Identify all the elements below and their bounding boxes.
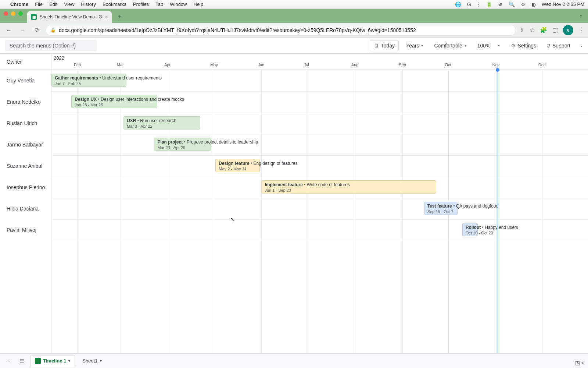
month-label: Oct bbox=[445, 63, 451, 67]
lock-icon: 🔒 bbox=[50, 28, 56, 33]
mac-menu-file[interactable]: File bbox=[35, 1, 43, 7]
task-bar[interactable]: Design feature • Eng design of featuresM… bbox=[215, 159, 260, 172]
timeline-view[interactable]: Owner Guy VenetiaEnora NedelkoRuslan Ulr… bbox=[0, 54, 588, 353]
task-sep: • bbox=[98, 75, 102, 81]
tabs-overflow-caret-icon[interactable]: ⌄ bbox=[579, 13, 583, 18]
owner-name: Ruslan Ulrich bbox=[7, 120, 37, 126]
profile-avatar[interactable]: e bbox=[563, 25, 573, 35]
nav-reload-button[interactable]: ⟳ bbox=[32, 25, 42, 35]
tab-close-icon[interactable]: × bbox=[105, 14, 108, 20]
task-bar[interactable]: UXR • Run user researchMar 3 - Apr 22 bbox=[123, 116, 200, 130]
chevron-down-icon: ▾ bbox=[498, 43, 500, 47]
task-bar[interactable]: Rollout • Happy end usersOct 10 - Oct 20 bbox=[462, 223, 478, 236]
new-tab-button[interactable]: + bbox=[115, 12, 125, 22]
task-title: Design feature bbox=[219, 161, 249, 166]
owner-name: Suzanne Anibal bbox=[7, 163, 42, 169]
spotlight-icon[interactable]: 🔍 bbox=[509, 1, 515, 7]
task-sep: • bbox=[303, 182, 307, 187]
tab-timeline-1-label: Timeline 1 bbox=[43, 358, 66, 364]
tab-timeline-1[interactable]: Timeline 1 ▾ bbox=[30, 355, 75, 367]
grid-hline bbox=[51, 113, 588, 113]
owner-name: Iosephus Pierino bbox=[7, 184, 45, 190]
mac-menu-window[interactable]: Window bbox=[170, 1, 187, 7]
chrome-menu-icon[interactable]: ⋮ bbox=[578, 26, 584, 33]
chevron-down-icon[interactable]: ▾ bbox=[68, 359, 70, 363]
mac-clock[interactable]: Wed Nov 2 2:55 PM bbox=[542, 1, 584, 7]
explore-button[interactable]: ◳ < bbox=[575, 360, 584, 366]
support-button[interactable]: ? Support bbox=[544, 40, 574, 51]
window-minimize-button[interactable] bbox=[11, 11, 15, 16]
extensions-icon[interactable]: 🧩 bbox=[540, 26, 547, 33]
mac-menu-view[interactable]: View bbox=[64, 1, 74, 7]
month-label: Jun bbox=[258, 63, 264, 67]
bluetooth-icon[interactable]: ᛒ bbox=[477, 1, 480, 7]
nav-back-button[interactable]: ← bbox=[4, 25, 14, 35]
today-button[interactable]: 🗓 Today bbox=[370, 40, 399, 51]
task-desc: Understand user requirements bbox=[102, 75, 162, 81]
battery-icon[interactable]: 🔋 bbox=[486, 1, 492, 7]
task-dates: Jun 1 - Sep 23 bbox=[265, 188, 433, 192]
add-sheet-button[interactable]: ＋ bbox=[4, 356, 14, 366]
task-dates: May 2 - May 31 bbox=[219, 167, 257, 171]
task-dates: Mar 3 - Apr 22 bbox=[127, 124, 197, 128]
all-sheets-button[interactable]: ☰ bbox=[17, 356, 27, 366]
browser-tab-active[interactable]: ▦ Sheets Timeline View Demo - G × bbox=[27, 11, 112, 23]
year-label: 2022 bbox=[54, 55, 64, 61]
task-bar[interactable]: Implement feature • Write code of featur… bbox=[261, 180, 436, 194]
task-bar[interactable]: Plan project • Propose project details t… bbox=[154, 138, 211, 151]
task-desc: Happy end users bbox=[485, 225, 518, 230]
toolbar-overflow-icon[interactable]: ⌄ bbox=[580, 43, 583, 47]
incognito-icon[interactable]: ⬚ bbox=[552, 26, 558, 33]
task-title: UXR bbox=[127, 118, 136, 123]
today-label: Today bbox=[381, 43, 395, 49]
tab-title: Sheets Timeline View Demo - G bbox=[40, 14, 102, 20]
wifi-icon[interactable]: ⚞ bbox=[498, 1, 503, 7]
mac-menu-profiles[interactable]: Profiles bbox=[133, 1, 149, 7]
address-bar[interactable]: 🔒 docs.google.com/spreadsheets/d/1eIpOzJ… bbox=[46, 25, 516, 36]
mac-menu-bookmarks[interactable]: Bookmarks bbox=[103, 1, 126, 7]
calendar-icon: 🗓 bbox=[374, 43, 379, 49]
grid-hline bbox=[51, 219, 588, 220]
control-center-icon[interactable]: ⚙ bbox=[521, 1, 526, 7]
mac-menu-help[interactable]: Help bbox=[194, 1, 204, 7]
mac-menu-history[interactable]: History bbox=[81, 1, 96, 7]
task-sep: • bbox=[481, 225, 485, 230]
sheet-tabs-bar: ＋ ☰ Timeline 1 ▾ Sheet1 ▾ ◳ < bbox=[0, 353, 588, 368]
window-zoom-button[interactable] bbox=[18, 11, 23, 16]
task-title: Design UX bbox=[75, 97, 97, 102]
task-title: Gather requirements bbox=[55, 75, 98, 81]
density-dropdown[interactable]: Comfortable ▾ bbox=[430, 40, 470, 51]
chevron-down-icon[interactable]: ▾ bbox=[100, 359, 102, 363]
task-desc: Run user research bbox=[140, 118, 176, 123]
task-bar[interactable]: Gather requirements • Understand user re… bbox=[51, 74, 126, 87]
task-title: Test feature bbox=[427, 204, 452, 209]
owner-header: Owner bbox=[0, 54, 51, 70]
month-label: Apr bbox=[164, 63, 171, 67]
scale-dropdown[interactable]: Years ▾ bbox=[402, 40, 427, 51]
month-label: Mar bbox=[117, 63, 124, 67]
month-label: Sep bbox=[399, 63, 406, 67]
month-label: May bbox=[210, 63, 218, 67]
tab-sheet1[interactable]: Sheet1 ▾ bbox=[78, 355, 106, 367]
mac-app-name[interactable]: Chrome bbox=[10, 1, 28, 7]
settings-button[interactable]: ⚙ Settings bbox=[507, 40, 540, 51]
bookmark-star-icon[interactable]: ☆ bbox=[530, 26, 535, 33]
scale-label: Years bbox=[406, 43, 419, 49]
task-bar[interactable]: Design UX • Design user interactions and… bbox=[71, 95, 157, 108]
task-bar[interactable]: Test feature • QA pass and dogfoodSep 15… bbox=[424, 202, 458, 215]
nav-forward-button[interactable]: → bbox=[18, 25, 28, 35]
help-icon: ? bbox=[547, 43, 550, 49]
globe-icon[interactable]: 🌐 bbox=[455, 1, 461, 7]
window-close-button[interactable] bbox=[4, 11, 8, 16]
siri-icon[interactable]: ◐ bbox=[531, 1, 536, 7]
grid-hline bbox=[51, 134, 588, 134]
chevron-down-icon: ▾ bbox=[421, 43, 423, 47]
mac-menu-tab[interactable]: Tab bbox=[155, 1, 163, 7]
menu-search-input[interactable]: Search the menus (Option+/) bbox=[5, 40, 97, 51]
zoom-dropdown[interactable]: 100% ▾ bbox=[474, 40, 503, 51]
task-desc: QA pass and dogfood bbox=[456, 204, 498, 209]
share-icon[interactable]: ⇪ bbox=[520, 26, 524, 33]
google-status-icon[interactable]: G bbox=[467, 1, 471, 7]
mac-menu-edit[interactable]: Edit bbox=[49, 1, 57, 7]
timeline-grid[interactable]: 2022 FebMarAprMayJunJulAugSepOctNovDec G… bbox=[51, 54, 588, 353]
